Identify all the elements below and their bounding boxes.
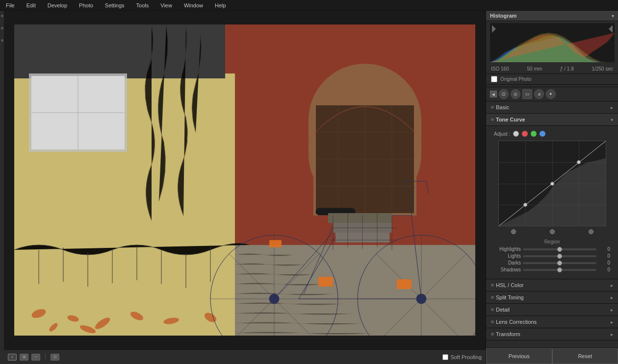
crop-tool[interactable]: ⊡ — [499, 89, 509, 99]
darks-track[interactable] — [523, 262, 596, 264]
left-panel-dot-1 — [1, 15, 3, 17]
expand-icon[interactable]: ◂ — [490, 91, 497, 97]
histogram-canvas — [490, 23, 615, 62]
adjust-row: Adjust : — [490, 129, 614, 139]
adjust-label: Adjust : — [494, 131, 510, 137]
split-toning-arrow: ▸ — [611, 295, 613, 300]
spacer — [486, 340, 618, 348]
original-photo-row: Original Photo — [486, 74, 618, 85]
view-mode-single[interactable]: ▪ — [8, 354, 17, 361]
basic-section-header[interactable]: Basic ▸ — [486, 101, 618, 114]
iso-value: ISO 160 — [491, 66, 509, 72]
curve-ctrl-1[interactable] — [511, 229, 516, 234]
zoom-fit[interactable]: ⊡ — [51, 354, 59, 361]
highlights-row: Highlights 0 — [494, 246, 610, 252]
adjustment-brush-tool[interactable]: ✦ — [546, 89, 556, 99]
original-photo-checkbox[interactable] — [491, 76, 497, 82]
lights-label: Lights — [494, 253, 521, 259]
menu-photo[interactable]: Photo — [77, 1, 95, 9]
svg-rect-69 — [328, 213, 392, 223]
transform-title: Transform — [496, 331, 520, 337]
channel-red[interactable] — [522, 131, 528, 137]
bottom-buttons: Previous Reset — [486, 348, 618, 364]
channel-rgb[interactable] — [513, 131, 519, 137]
previous-button[interactable]: Previous — [486, 348, 552, 364]
curve-ctrl-3[interactable] — [589, 229, 593, 234]
curve-point-highlights[interactable] — [577, 160, 581, 164]
highlights-label: Highlights — [494, 246, 521, 252]
transform-left: Transform — [491, 331, 520, 337]
menu-settings[interactable]: Settings — [103, 1, 127, 9]
histogram-svg — [490, 23, 615, 62]
center-area: ▪ ⊞ ▫▫ ⊡ Soft Proofing — [4, 11, 486, 364]
radial-filter-tool[interactable]: ▭ — [522, 89, 532, 99]
soft-proofing-checkbox[interactable] — [442, 354, 448, 360]
region-section: Region Highlights 0 Lights 0 — [490, 237, 614, 276]
channel-blue[interactable] — [540, 131, 545, 137]
right-panel: Histogram ▾ ISO 160 50 m — [486, 11, 618, 364]
basic-title: Basic — [496, 104, 509, 110]
split-toning-left: Split Toning — [491, 294, 524, 300]
reset-button[interactable]: Reset — [552, 348, 618, 364]
svg-rect-66 — [397, 279, 412, 289]
curve-point-midtones[interactable] — [550, 182, 554, 186]
tone-curve-content: Adjust : — [486, 126, 618, 279]
histogram-header[interactable]: Histogram ▾ — [486, 11, 618, 21]
highlights-thumb[interactable] — [557, 247, 562, 252]
detail-dot — [491, 308, 494, 311]
lens-corrections-section-header[interactable]: Lens Corrections ▸ — [486, 316, 618, 328]
main-layout: ▪ ⊞ ▫▫ ⊡ Soft Proofing Histogram ▾ — [0, 11, 618, 364]
menu-bar: File Edit Develop Photo Settings Tools V… — [0, 0, 618, 11]
channel-green[interactable] — [531, 131, 537, 137]
histogram-title: Histogram — [490, 13, 516, 19]
tone-curve-header[interactable]: Tone Curve ▾ — [486, 114, 618, 126]
bottom-toolbar: ▪ ⊞ ▫▫ ⊡ Soft Proofing — [4, 349, 486, 364]
hsl-section-header[interactable]: HSL / Color ▸ — [486, 279, 618, 291]
histogram-clip-left — [492, 25, 496, 33]
tone-curve-panel: Tone Curve ▾ Adjust : — [486, 114, 618, 279]
detail-section-header[interactable]: Detail ▸ — [486, 304, 618, 316]
graduated-filter-tool[interactable]: ⌀ — [534, 89, 544, 99]
left-panel[interactable] — [0, 11, 4, 364]
region-label: Region — [494, 239, 610, 244]
detail-title: Detail — [496, 307, 510, 313]
basic-left: Basic — [491, 104, 509, 110]
darks-row: Darks 0 — [494, 260, 610, 266]
curve-ctrl-2[interactable] — [550, 229, 555, 234]
shadows-value: 0 — [598, 267, 610, 272]
view-mode-grid[interactable]: ⊞ — [20, 354, 28, 361]
shadows-track[interactable] — [523, 269, 596, 271]
menu-tools[interactable]: Tools — [134, 1, 151, 9]
menu-help[interactable]: Help — [213, 1, 228, 9]
curve-point-shadows[interactable] — [523, 203, 527, 207]
tone-curve-left: Tone Curve — [491, 117, 525, 122]
lights-row: Lights 0 — [494, 253, 610, 259]
highlights-track[interactable] — [523, 248, 596, 250]
menu-edit[interactable]: Edit — [25, 1, 38, 9]
highlights-value: 0 — [598, 246, 610, 252]
lens-corrections-title: Lens Corrections — [496, 319, 537, 325]
tone-curve-arrow: ▾ — [611, 117, 613, 122]
svg-marker-79 — [499, 158, 606, 226]
darks-value: 0 — [598, 260, 610, 266]
aperture: ƒ / 1.8 — [560, 66, 574, 72]
shadows-thumb[interactable] — [557, 267, 562, 272]
svg-rect-67 — [318, 277, 333, 287]
view-mode-compare[interactable]: ▫▫ — [31, 354, 40, 361]
menu-develop[interactable]: Develop — [46, 1, 69, 9]
histogram-section: Histogram ▾ ISO 160 50 m — [486, 11, 618, 87]
menu-window[interactable]: Window — [182, 1, 205, 9]
tone-curve-graph[interactable] — [498, 141, 606, 226]
svg-rect-4 — [14, 24, 225, 78]
menu-file[interactable]: File — [4, 1, 17, 9]
basic-dot — [491, 106, 494, 109]
healing-tool[interactable]: ◎ — [511, 89, 520, 99]
menu-view[interactable]: View — [158, 1, 174, 9]
split-toning-section-header[interactable]: Split Toning ▸ — [486, 291, 618, 304]
transform-section-header[interactable]: Transform ▸ — [486, 328, 618, 340]
lights-thumb[interactable] — [557, 254, 562, 259]
lens-corrections-arrow: ▸ — [611, 319, 613, 325]
hsl-arrow: ▸ — [611, 283, 613, 288]
darks-thumb[interactable] — [557, 261, 562, 266]
lights-track[interactable] — [523, 255, 596, 257]
